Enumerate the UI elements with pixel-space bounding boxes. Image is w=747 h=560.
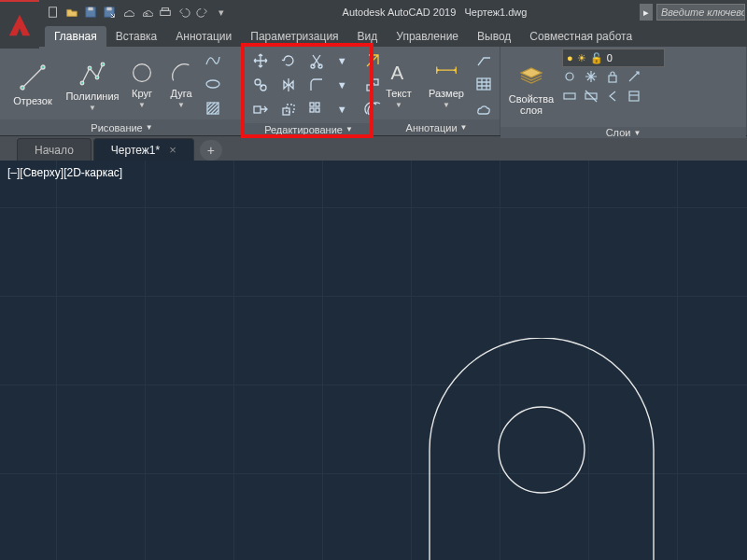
svg-rect-39	[629, 91, 639, 101]
panel-annot-title[interactable]: Аннотации▼	[374, 119, 500, 135]
text-icon: A	[386, 60, 412, 86]
svg-point-13	[101, 63, 105, 66]
redo-icon[interactable]	[194, 4, 211, 21]
svg-text:▾: ▾	[340, 105, 345, 114]
svg-rect-25	[254, 106, 261, 113]
tool-array[interactable]	[306, 99, 327, 119]
tool-leader[interactable]	[472, 49, 495, 71]
layer-iso-icon[interactable]	[562, 89, 583, 107]
tool-stretch[interactable]	[250, 99, 271, 119]
tool-trim[interactable]	[306, 50, 327, 71]
close-icon[interactable]: ×	[169, 143, 176, 157]
new-tab-button[interactable]: +	[200, 140, 222, 161]
chevron-down-icon: ▼	[345, 125, 353, 133]
layer-lock-icon[interactable]	[605, 69, 626, 88]
keyword-search-input[interactable]: Введите ключевое сло	[656, 4, 745, 21]
tab-home[interactable]: Главная	[45, 26, 106, 47]
undo-icon[interactable]	[176, 4, 192, 21]
open-icon[interactable]	[63, 4, 80, 21]
chevron-down-icon: ▼	[460, 123, 468, 132]
tool-ellipse[interactable]	[202, 73, 224, 95]
svg-text:▾: ▾	[340, 80, 345, 90]
svg-rect-34	[477, 78, 490, 90]
layer-match-icon[interactable]	[627, 69, 647, 88]
panel-draw-title[interactable]: Рисование▼	[0, 119, 244, 135]
svg-point-15	[206, 80, 219, 88]
layer-freeze-icon[interactable]	[584, 69, 604, 88]
svg-rect-5	[161, 10, 171, 15]
tool-scale[interactable]	[278, 99, 299, 119]
tool-hatch[interactable]	[202, 97, 224, 119]
app-name: Autodesk AutoCAD 2019	[343, 7, 457, 18]
tab-collaborate[interactable]: Совместная работа	[520, 26, 641, 47]
svg-rect-28	[310, 103, 314, 106]
svg-point-8	[21, 86, 24, 90]
cloud-save-icon[interactable]	[138, 4, 155, 21]
tool-arc[interactable]: Дуга ▼	[162, 60, 200, 109]
tab-annotate[interactable]: Аннотации	[166, 26, 241, 47]
tool-dimension[interactable]: Размер ▼	[422, 60, 471, 109]
tool-fillet-dd[interactable]: ▾	[334, 75, 355, 95]
layer-off-icon[interactable]	[562, 69, 583, 88]
app-menu-button[interactable]	[0, 0, 39, 49]
panel-layers-title[interactable]: Слои▼	[500, 127, 746, 138]
tool-rotate[interactable]	[278, 50, 299, 71]
svg-rect-37	[564, 93, 575, 99]
tab-view[interactable]: Вид	[348, 26, 388, 47]
polyline-icon	[77, 57, 108, 89]
tool-line[interactable]: Отрезок	[4, 62, 62, 106]
tool-spline[interactable]	[202, 49, 224, 71]
arc-icon	[168, 60, 194, 86]
panel-modify-title[interactable]: Редактирование▼	[245, 123, 373, 135]
tool-mirror[interactable]	[278, 75, 299, 95]
tab-manage[interactable]: Управление	[387, 26, 468, 47]
svg-point-40	[499, 407, 585, 493]
tool-cloud[interactable]	[472, 97, 495, 119]
tool-array-dd[interactable]: ▾	[334, 99, 355, 119]
tab-parametric[interactable]: Параметризация	[241, 26, 347, 47]
tool-table[interactable]	[472, 73, 495, 95]
cloud-open-icon[interactable]	[120, 4, 136, 21]
qat-dropdown-icon[interactable]: ▾	[213, 4, 230, 21]
tab-insert[interactable]: Вставка	[106, 26, 167, 47]
svg-point-35	[566, 73, 573, 80]
plot-icon[interactable]	[157, 4, 174, 21]
panel-modify: ▾ ▾ ▾ Редактирование▼	[245, 47, 374, 135]
chevron-down-icon: ▼	[443, 101, 450, 109]
tool-polyline[interactable]: Полилиния ▼	[63, 57, 121, 112]
doc-tab-drawing1[interactable]: Чертеж1*×	[93, 138, 194, 161]
tool-move[interactable]	[250, 50, 271, 71]
saveas-icon[interactable]	[101, 4, 118, 21]
tool-layer-props[interactable]: Свойства слоя	[504, 60, 558, 116]
viewport-label[interactable]: [–][Сверху][2D-каркас]	[7, 166, 122, 179]
tool-fillet[interactable]	[306, 75, 327, 95]
layer-current-dropdown[interactable]: ● ☀ 🔓 0	[562, 49, 665, 67]
ribbon: Отрезок Полилиния ▼ Круг ▼ Дуга ▼	[0, 47, 747, 136]
svg-point-12	[95, 76, 99, 79]
svg-point-10	[80, 81, 84, 85]
tool-circle[interactable]: Круг ▼	[123, 60, 161, 109]
window-title: Autodesk AutoCAD 2019 Чертеж1.dwg	[230, 7, 640, 18]
svg-point-14	[134, 63, 151, 81]
tool-circle-label: Круг	[132, 88, 152, 99]
bulb-icon: ●	[567, 52, 573, 63]
draw-small-tools	[202, 49, 224, 119]
save-icon[interactable]	[82, 4, 99, 21]
line-icon	[17, 62, 49, 93]
layer-uniso-icon[interactable]	[584, 89, 604, 107]
svg-rect-0	[49, 7, 57, 18]
chevron-down-icon: ▼	[177, 101, 185, 109]
new-icon[interactable]	[45, 4, 62, 21]
annot-small-tools	[472, 49, 495, 119]
tool-text[interactable]: A Текст ▼	[377, 60, 420, 109]
tool-trim-dd[interactable]: ▾	[334, 50, 355, 71]
svg-rect-31	[316, 108, 319, 112]
tool-copy[interactable]	[250, 75, 271, 95]
panel-layers: Свойства слоя ● ☀ 🔓 0	[500, 47, 747, 135]
layer-states-icon[interactable]	[627, 89, 647, 107]
tab-output[interactable]: Вывод	[468, 26, 520, 47]
doc-tab-start[interactable]: Начало	[17, 138, 92, 161]
layer-prev-icon[interactable]	[605, 89, 626, 107]
drawing-canvas[interactable]: [–][Сверху][2D-каркас]	[0, 161, 747, 560]
search-go-icon[interactable]: ▸	[640, 4, 653, 21]
